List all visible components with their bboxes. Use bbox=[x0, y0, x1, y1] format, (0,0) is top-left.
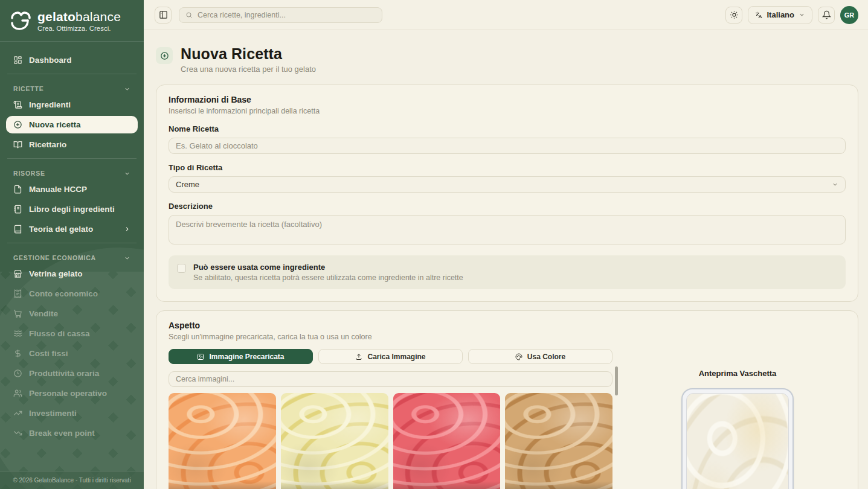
appearance-card: Aspetto Scegli un'immagine precaricata, … bbox=[156, 310, 858, 489]
brand-logo: gelatobalance Crea. Ottimizza. Cresci. bbox=[0, 0, 144, 41]
global-search-input[interactable] bbox=[198, 11, 376, 19]
dollar-icon bbox=[13, 349, 22, 358]
book-icon bbox=[13, 225, 22, 234]
description-textarea[interactable] bbox=[169, 215, 846, 245]
chevron-right-icon bbox=[124, 226, 130, 232]
panel-left-icon bbox=[159, 10, 168, 19]
sidebar-item-label: Personale operativo bbox=[29, 389, 107, 398]
sidebar-item-libro-ingredienti[interactable]: Libro degli ingredienti bbox=[6, 200, 138, 218]
sidebar-separator bbox=[7, 243, 137, 243]
chevron-down-icon bbox=[832, 181, 838, 188]
sidebar-item-label: Ricettario bbox=[29, 140, 66, 149]
scroll-icon bbox=[13, 100, 22, 109]
brand-name-light: balance bbox=[76, 10, 121, 24]
tab-label: Immagine Precaricata bbox=[209, 353, 284, 361]
sidebar-section-risorse[interactable]: RISORSE bbox=[6, 164, 138, 181]
theme-toggle-button[interactable] bbox=[725, 7, 742, 24]
sidebar-item-teoria-gelato[interactable]: Teoria del gelato bbox=[6, 220, 138, 238]
language-label: Italiano bbox=[767, 10, 794, 19]
tile-label: Albicocca bbox=[169, 481, 276, 489]
plus-circle-icon bbox=[13, 120, 22, 129]
tab-use-color[interactable]: Usa Colore bbox=[468, 349, 612, 364]
sidebar-toggle-button[interactable] bbox=[155, 7, 172, 24]
user-avatar[interactable]: GR bbox=[840, 6, 858, 24]
usable-as-ingredient-checkbox[interactable] bbox=[177, 264, 186, 273]
sun-icon bbox=[730, 10, 739, 19]
recipe-name-label: Nome Ricetta bbox=[169, 124, 846, 133]
tab-preloaded-image[interactable]: Immagine Precaricata bbox=[169, 349, 313, 364]
chevron-down-icon bbox=[799, 11, 805, 18]
plus-circle-icon bbox=[160, 51, 169, 60]
image-grid-scrollbar-thumb[interactable] bbox=[615, 366, 618, 395]
recipe-type-select[interactable]: Creme bbox=[169, 176, 846, 193]
image-search-input[interactable] bbox=[176, 375, 605, 383]
sidebar: gelatobalance Crea. Ottimizza. Cresci. D… bbox=[0, 0, 144, 489]
sidebar-item-nuova-ricetta[interactable]: Nuova ricetta bbox=[6, 116, 138, 133]
global-search[interactable] bbox=[179, 7, 382, 23]
sidebar-item-investimenti[interactable]: Investimenti bbox=[6, 404, 138, 422]
trending-up-icon bbox=[13, 409, 22, 418]
image-tile-albicocca[interactable]: Albicocca bbox=[169, 393, 276, 489]
notifications-button[interactable] bbox=[818, 7, 835, 24]
chevron-down-icon bbox=[124, 255, 130, 261]
language-selector[interactable]: Italiano bbox=[748, 6, 812, 24]
image-picker-column: Albicocca Ananas Anguria Arachide bbox=[169, 364, 612, 489]
sidebar-item-conto-economico[interactable]: Conto economico bbox=[6, 285, 138, 302]
sidebar-item-dashboard[interactable]: Dashboard bbox=[6, 51, 138, 69]
sidebar-item-flusso-di-cassa[interactable]: Flusso di cassa bbox=[6, 325, 138, 342]
sidebar-item-ricettario[interactable]: Ricettario bbox=[6, 136, 138, 153]
sidebar-item-costi-fissi[interactable]: Costi fissi bbox=[6, 345, 138, 362]
image-grid-scrollbar[interactable] bbox=[615, 470, 618, 489]
sidebar-item-ingredienti[interactable]: Ingredienti bbox=[6, 96, 138, 113]
brand-text: gelatobalance Crea. Ottimizza. Cresci. bbox=[37, 10, 121, 32]
page-header-text: Nuova Ricetta Crea una nuova ricetta per… bbox=[181, 45, 316, 74]
basic-info-card: Informazioni di Base Inserisci le inform… bbox=[156, 85, 858, 302]
sidebar-item-vetrina-gelato[interactable]: Vetrina gelato bbox=[6, 265, 138, 283]
tab-label: Carica Immagine bbox=[367, 353, 425, 361]
sidebar-item-label: Vendite bbox=[29, 309, 58, 318]
waves-icon bbox=[13, 329, 22, 338]
usable-as-ingredient-text: Può essere usata come ingrediente Se abi… bbox=[193, 263, 463, 282]
sidebar-item-personale-operativo[interactable]: Personale operativo bbox=[6, 385, 138, 402]
sidebar-separator bbox=[7, 158, 137, 159]
brand-name-bold: gelato bbox=[37, 10, 76, 24]
page-title: Nuova Ricetta bbox=[181, 45, 316, 63]
clock-icon bbox=[13, 369, 22, 378]
sidebar-item-break-even-point[interactable]: Break even point bbox=[6, 424, 138, 442]
section-label: RISORSE bbox=[13, 170, 45, 177]
appearance-title: Aspetto bbox=[169, 321, 846, 330]
image-tile-ananas[interactable]: Ananas bbox=[281, 393, 388, 489]
notebook-icon bbox=[13, 205, 22, 214]
new-recipe-header-icon-chip bbox=[156, 47, 173, 64]
sidebar-item-label: Flusso di cassa bbox=[29, 329, 90, 338]
sidebar-section-gestione-economica[interactable]: GESTIONE ECONOMICA bbox=[6, 248, 138, 265]
bell-icon bbox=[822, 10, 831, 19]
tile-label: Anguria bbox=[393, 481, 501, 489]
section-label: RICETTE bbox=[13, 85, 44, 92]
tile-label: Arachide bbox=[505, 481, 612, 489]
book-open-icon bbox=[13, 140, 22, 149]
sidebar-item-label: Produttività oraria bbox=[29, 369, 99, 378]
description-label: Descrizione bbox=[169, 202, 846, 211]
main-area: Italiano GR Nuova Ricetta Crea una nuova… bbox=[144, 0, 868, 489]
recipe-name-input[interactable] bbox=[169, 138, 846, 154]
upload-icon bbox=[355, 353, 362, 360]
section-label: GESTIONE ECONOMICA bbox=[13, 254, 96, 261]
image-search[interactable] bbox=[169, 371, 612, 387]
tab-upload-image[interactable]: Carica Immagine bbox=[318, 349, 463, 364]
sidebar-item-produttivita-oraria[interactable]: Produttività oraria bbox=[6, 365, 138, 382]
file-text-icon bbox=[13, 185, 22, 194]
sidebar-footer-copyright: © 2026 GelatoBalance - Tutti i diritti r… bbox=[0, 471, 144, 489]
sidebar-section-ricette[interactable]: RICETTE bbox=[6, 79, 138, 96]
sidebar-separator bbox=[7, 74, 137, 74]
image-tile-anguria[interactable]: Anguria bbox=[393, 393, 501, 489]
sidebar-item-vendite[interactable]: Vendite bbox=[6, 305, 138, 322]
topbar-right: Italiano GR bbox=[725, 6, 858, 24]
checkbox-title: Può essere usata come ingrediente bbox=[193, 263, 463, 272]
preview-column: Anteprima Vaschetta bbox=[629, 364, 846, 489]
sidebar-item-manuale-hccp[interactable]: Manuale HCCP bbox=[6, 181, 138, 198]
brand-name: gelatobalance bbox=[37, 10, 121, 24]
image-tile-arachide[interactable]: Arachide bbox=[505, 393, 612, 489]
sidebar-item-label: Costi fissi bbox=[29, 349, 68, 358]
sidebar-item-label: Conto economico bbox=[29, 289, 98, 298]
